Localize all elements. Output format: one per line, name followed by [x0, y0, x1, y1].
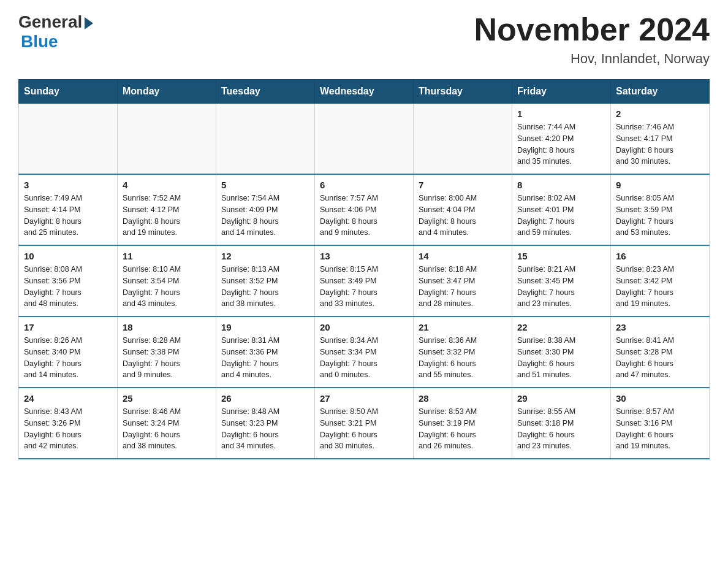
day-number: 19	[221, 322, 309, 332]
day-cell: 3Sunrise: 7:49 AM Sunset: 4:14 PM Daylig…	[19, 174, 118, 245]
day-cell	[315, 104, 414, 175]
day-number: 3	[24, 180, 112, 190]
day-number: 8	[517, 180, 605, 190]
day-cell: 9Sunrise: 8:05 AM Sunset: 3:59 PM Daylig…	[611, 174, 710, 245]
title-area: November 2024 Hov, Innlandet, Norway	[474, 12, 710, 67]
day-info: Sunrise: 7:54 AM Sunset: 4:09 PM Dayligh…	[221, 193, 309, 239]
day-cell	[118, 104, 216, 175]
day-cell: 27Sunrise: 8:50 AM Sunset: 3:21 PM Dayli…	[315, 388, 414, 459]
header-monday: Monday	[118, 80, 216, 104]
logo: General Blue	[18, 12, 93, 52]
day-cell: 26Sunrise: 8:48 AM Sunset: 3:23 PM Dayli…	[216, 388, 315, 459]
header-saturday: Saturday	[611, 80, 710, 104]
day-info: Sunrise: 8:57 AM Sunset: 3:16 PM Dayligh…	[616, 406, 704, 452]
day-cell	[414, 104, 512, 175]
day-info: Sunrise: 8:38 AM Sunset: 3:30 PM Dayligh…	[517, 335, 605, 381]
day-cell: 8Sunrise: 8:02 AM Sunset: 4:01 PM Daylig…	[512, 174, 611, 245]
day-number: 12	[221, 251, 309, 261]
day-cell: 13Sunrise: 8:15 AM Sunset: 3:49 PM Dayli…	[315, 245, 414, 316]
day-number: 29	[517, 393, 605, 404]
day-info: Sunrise: 8:41 AM Sunset: 3:28 PM Dayligh…	[616, 335, 704, 381]
day-cell: 23Sunrise: 8:41 AM Sunset: 3:28 PM Dayli…	[611, 316, 710, 388]
day-info: Sunrise: 8:50 AM Sunset: 3:21 PM Dayligh…	[320, 406, 408, 452]
day-cell: 17Sunrise: 8:26 AM Sunset: 3:40 PM Dayli…	[19, 316, 118, 388]
day-number: 10	[24, 251, 112, 261]
day-info: Sunrise: 8:23 AM Sunset: 3:42 PM Dayligh…	[616, 264, 704, 310]
day-number: 27	[320, 393, 408, 404]
day-cell: 20Sunrise: 8:34 AM Sunset: 3:34 PM Dayli…	[315, 316, 414, 388]
day-number: 25	[123, 393, 211, 404]
day-number: 21	[419, 322, 507, 332]
logo-arrow-icon	[85, 17, 93, 29]
calendar-table: SundayMondayTuesdayWednesdayThursdayFrid…	[18, 79, 710, 459]
day-cell: 19Sunrise: 8:31 AM Sunset: 3:36 PM Dayli…	[216, 316, 315, 388]
day-number: 13	[320, 251, 408, 261]
day-info: Sunrise: 8:53 AM Sunset: 3:19 PM Dayligh…	[419, 406, 507, 452]
header-thursday: Thursday	[414, 80, 512, 104]
day-info: Sunrise: 8:15 AM Sunset: 3:49 PM Dayligh…	[320, 264, 408, 310]
day-info: Sunrise: 7:49 AM Sunset: 4:14 PM Dayligh…	[24, 193, 112, 239]
day-number: 6	[320, 180, 408, 190]
day-number: 4	[123, 180, 211, 190]
header-wednesday: Wednesday	[315, 80, 414, 104]
day-cell: 10Sunrise: 8:08 AM Sunset: 3:56 PM Dayli…	[19, 245, 118, 316]
day-cell: 18Sunrise: 8:28 AM Sunset: 3:38 PM Dayli…	[118, 316, 216, 388]
week-row-4: 17Sunrise: 8:26 AM Sunset: 3:40 PM Dayli…	[19, 316, 710, 388]
day-number: 5	[221, 180, 309, 190]
day-number: 9	[616, 180, 704, 190]
day-number: 17	[24, 322, 112, 332]
day-cell: 28Sunrise: 8:53 AM Sunset: 3:19 PM Dayli…	[414, 388, 512, 459]
day-info: Sunrise: 8:55 AM Sunset: 3:18 PM Dayligh…	[517, 406, 605, 452]
day-number: 26	[221, 393, 309, 404]
day-info: Sunrise: 8:00 AM Sunset: 4:04 PM Dayligh…	[419, 193, 507, 239]
day-cell	[216, 104, 315, 175]
day-info: Sunrise: 8:18 AM Sunset: 3:47 PM Dayligh…	[419, 264, 507, 310]
day-info: Sunrise: 8:21 AM Sunset: 3:45 PM Dayligh…	[517, 264, 605, 310]
day-info: Sunrise: 8:46 AM Sunset: 3:24 PM Dayligh…	[123, 406, 211, 452]
logo-general-text: General	[18, 12, 82, 32]
day-number: 16	[616, 251, 704, 261]
header-tuesday: Tuesday	[216, 80, 315, 104]
day-cell: 2Sunrise: 7:46 AM Sunset: 4:17 PM Daylig…	[611, 104, 710, 175]
day-number: 11	[123, 251, 211, 261]
week-row-2: 3Sunrise: 7:49 AM Sunset: 4:14 PM Daylig…	[19, 174, 710, 245]
calendar-subtitle: Hov, Innlandet, Norway	[474, 51, 710, 67]
week-row-5: 24Sunrise: 8:43 AM Sunset: 3:26 PM Dayli…	[19, 388, 710, 459]
day-info: Sunrise: 8:08 AM Sunset: 3:56 PM Dayligh…	[24, 264, 112, 310]
day-info: Sunrise: 8:13 AM Sunset: 3:52 PM Dayligh…	[221, 264, 309, 310]
day-cell: 16Sunrise: 8:23 AM Sunset: 3:42 PM Dayli…	[611, 245, 710, 316]
day-cell: 24Sunrise: 8:43 AM Sunset: 3:26 PM Dayli…	[19, 388, 118, 459]
day-info: Sunrise: 8:28 AM Sunset: 3:38 PM Dayligh…	[123, 335, 211, 381]
header-sunday: Sunday	[19, 80, 118, 104]
day-cell: 12Sunrise: 8:13 AM Sunset: 3:52 PM Dayli…	[216, 245, 315, 316]
day-cell: 15Sunrise: 8:21 AM Sunset: 3:45 PM Dayli…	[512, 245, 611, 316]
week-row-3: 10Sunrise: 8:08 AM Sunset: 3:56 PM Dayli…	[19, 245, 710, 316]
week-row-1: 1Sunrise: 7:44 AM Sunset: 4:20 PM Daylig…	[19, 104, 710, 175]
day-number: 14	[419, 251, 507, 261]
day-info: Sunrise: 8:05 AM Sunset: 3:59 PM Dayligh…	[616, 193, 704, 239]
day-info: Sunrise: 8:02 AM Sunset: 4:01 PM Dayligh…	[517, 193, 605, 239]
day-cell	[19, 104, 118, 175]
day-info: Sunrise: 7:52 AM Sunset: 4:12 PM Dayligh…	[123, 193, 211, 239]
day-cell: 25Sunrise: 8:46 AM Sunset: 3:24 PM Dayli…	[118, 388, 216, 459]
day-info: Sunrise: 8:31 AM Sunset: 3:36 PM Dayligh…	[221, 335, 309, 381]
logo-blue-text: Blue	[21, 32, 58, 52]
day-info: Sunrise: 7:46 AM Sunset: 4:17 PM Dayligh…	[616, 121, 704, 167]
day-number: 24	[24, 393, 112, 404]
day-info: Sunrise: 8:48 AM Sunset: 3:23 PM Dayligh…	[221, 406, 309, 452]
day-cell: 6Sunrise: 7:57 AM Sunset: 4:06 PM Daylig…	[315, 174, 414, 245]
day-info: Sunrise: 8:36 AM Sunset: 3:32 PM Dayligh…	[419, 335, 507, 381]
calendar-title: November 2024	[474, 12, 710, 47]
page-header: General Blue November 2024 Hov, Innlande…	[18, 12, 710, 67]
day-info: Sunrise: 8:34 AM Sunset: 3:34 PM Dayligh…	[320, 335, 408, 381]
day-cell: 22Sunrise: 8:38 AM Sunset: 3:30 PM Dayli…	[512, 316, 611, 388]
day-number: 22	[517, 322, 605, 332]
header-friday: Friday	[512, 80, 611, 104]
day-cell: 7Sunrise: 8:00 AM Sunset: 4:04 PM Daylig…	[414, 174, 512, 245]
day-info: Sunrise: 8:10 AM Sunset: 3:54 PM Dayligh…	[123, 264, 211, 310]
day-number: 7	[419, 180, 507, 190]
calendar-header-row: SundayMondayTuesdayWednesdayThursdayFrid…	[19, 80, 710, 104]
day-cell: 30Sunrise: 8:57 AM Sunset: 3:16 PM Dayli…	[611, 388, 710, 459]
day-info: Sunrise: 8:26 AM Sunset: 3:40 PM Dayligh…	[24, 335, 112, 381]
day-cell: 14Sunrise: 8:18 AM Sunset: 3:47 PM Dayli…	[414, 245, 512, 316]
